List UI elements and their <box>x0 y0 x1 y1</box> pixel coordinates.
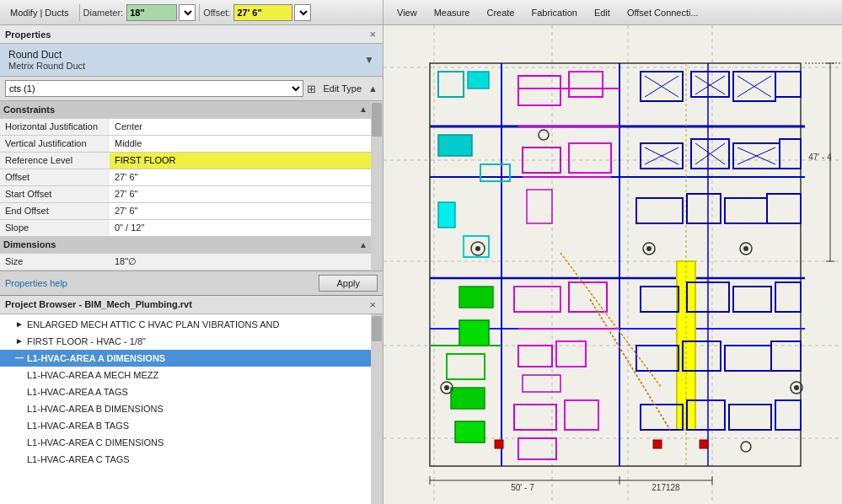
prop-name-ref-level: Reference Level <box>0 152 110 169</box>
properties-help-link[interactable]: Properties help <box>5 278 67 288</box>
section-collapse-right-btn[interactable]: ▲ <box>368 83 378 94</box>
table-row: Offset 27' 6" <box>0 169 371 185</box>
svg-rect-112 <box>653 440 662 448</box>
measure-tab-btn[interactable]: Measure <box>427 6 477 19</box>
element-type-section: Round Duct Metrix Round Duct ▼ <box>0 44 383 77</box>
svg-text:217128: 217128 <box>652 483 680 492</box>
list-item[interactable]: — L1-HVAC-AREA A DIMENSIONS <box>0 350 383 367</box>
prop-value-ref-level[interactable]: FIRST FLOOR <box>110 152 371 169</box>
browser-content: ► ENLARGED MECH ATTIC C HVAC PLAN VIBRAT… <box>0 314 383 505</box>
properties-scrollbar-thumb[interactable] <box>372 103 382 137</box>
dimensions-section-header[interactable]: Dimensions ▲ <box>0 236 371 253</box>
left-toolbar: Modify | Ducts Diameter: ▼ Offset: ▼ <box>0 0 383 24</box>
svg-rect-111 <box>495 440 503 448</box>
list-item[interactable]: L1-HVAC-AREA A TAGS <box>0 383 383 400</box>
svg-rect-41 <box>459 287 493 308</box>
browser-title: Project Browser - BIM_Mech_Plumbing.rvt <box>5 299 192 309</box>
browser-tree: ► ENLARGED MECH ATTIC C HVAC PLAN VIBRAT… <box>0 314 383 469</box>
table-row: Size 18"∅ <box>0 253 371 270</box>
apply-btn[interactable]: Apply <box>319 275 378 292</box>
fabrication-tab-btn[interactable]: Fabrication <box>524 6 583 19</box>
diameter-input[interactable] <box>126 4 177 21</box>
list-item[interactable]: ► ENLARGED MECH ATTIC C HVAC PLAN VIBRAT… <box>0 316 383 333</box>
list-item[interactable]: L1-HVAC-AREA B DIMENSIONS <box>0 400 383 417</box>
constraints-section-header[interactable]: Constraints ▲ <box>0 101 371 118</box>
toolbar-separator <box>79 4 80 21</box>
tree-item-label: L1-HVAC-AREA A TAGS <box>27 387 128 397</box>
expand-icon: ► <box>15 336 25 346</box>
svg-rect-45 <box>455 421 485 442</box>
prop-name-horiz-just: Horizontal Justification <box>0 118 110 135</box>
prop-value-offset[interactable]: 27' 6" <box>110 169 371 185</box>
list-item[interactable]: L1-HVAC-AREA A MECH MEZZ <box>0 367 383 383</box>
offset-dropdown[interactable]: ▼ <box>294 4 311 21</box>
dimensions-label: Dimensions <box>3 239 56 249</box>
tree-item-label: FIRST FLOOR - HVAC - 1/8" <box>27 336 146 346</box>
tree-item-label: L1-HVAC-AREA B DIMENSIONS <box>27 404 164 414</box>
cad-canvas: 50' - 7 217128 47' - 4 <box>383 25 842 504</box>
prop-value-horiz-just[interactable]: Center <box>110 118 371 135</box>
browser-scrollbar-thumb[interactable] <box>372 316 382 341</box>
properties-close-btn[interactable]: × <box>367 28 378 40</box>
properties-table: Constraints ▲ Horizontal Justification C… <box>0 101 371 271</box>
table-row: Vertical Justification Middle <box>0 135 371 152</box>
prop-name-slope: Slope <box>0 219 110 236</box>
prop-name-size: Size <box>0 253 110 270</box>
browser-close-btn[interactable]: × <box>367 298 378 311</box>
modify-ducts-btn[interactable]: Modify | Ducts <box>3 6 76 19</box>
diameter-dropdown[interactable]: ▼ <box>179 4 196 21</box>
edit-type-btn[interactable]: Edit Type <box>319 82 365 95</box>
table-row: Start Offset 27' 6" <box>0 185 371 202</box>
element-type-info: Round Duct Metrix Round Duct <box>8 49 85 71</box>
svg-point-95 <box>444 385 449 390</box>
tree-item-label: L1-HVAC-AREA A MECH MEZZ <box>27 370 158 380</box>
main-area: Properties × Round Duct Metrix Round Duc… <box>0 25 842 504</box>
type-selector-row: cts (1) ⊞ Edit Type ▲ <box>0 77 383 101</box>
prop-name-start-offset: Start Offset <box>0 185 110 202</box>
list-item[interactable]: ► FIRST FLOOR - HVAC - 1/8" <box>0 333 383 350</box>
cad-view[interactable]: 50' - 7 217128 47' - 4 <box>383 25 842 504</box>
tree-item-label: ENLARGED MECH ATTIC C HVAC PLAN VIBRATIO… <box>27 319 280 330</box>
top-toolbar: Modify | Ducts Diameter: ▼ Offset: ▼ Vie… <box>0 0 842 25</box>
dimensions-collapse-arrow: ▲ <box>359 240 367 249</box>
table-row: Horizontal Justification Center <box>0 118 371 135</box>
element-type-row: Round Duct Metrix Round Duct ▼ <box>8 49 374 71</box>
view-tab-btn[interactable]: View <box>390 6 424 19</box>
offset-connect-tab-btn[interactable]: Offset Connecti... <box>620 6 705 19</box>
list-item[interactable]: L1-HVAC-AREA C DIMENSIONS <box>0 434 383 451</box>
offset-input[interactable] <box>233 4 292 21</box>
constraints-collapse-arrow: ▲ <box>359 105 367 114</box>
prop-value-slope[interactable]: 0" / 12" <box>110 219 371 236</box>
list-item[interactable]: L1-HVAC-AREA C TAGS <box>0 451 383 468</box>
prop-value-end-offset[interactable]: 27' 6" <box>110 202 371 219</box>
prop-value-size: 18"∅ <box>110 253 371 270</box>
tree-item-label: L1-HVAC-AREA C TAGS <box>27 454 130 464</box>
expand-icon-selected: — <box>15 353 25 362</box>
list-item[interactable]: L1-HVAC-AREA B TAGS <box>0 417 383 434</box>
properties-scrollbar[interactable] <box>371 101 383 271</box>
right-toolbar: View Measure Create Fabrication Edit Off… <box>383 0 842 24</box>
svg-rect-19 <box>468 72 489 88</box>
prop-name-offset: Offset <box>0 169 110 185</box>
table-row: End Offset 27' 6" <box>0 202 371 219</box>
svg-rect-22 <box>438 202 455 228</box>
project-browser: Project Browser - BIM_Mech_Plumbing.rvt … <box>0 296 383 505</box>
prop-value-start-offset[interactable]: 27' 6" <box>110 185 371 202</box>
tree-item-label: L1-HVAC-AREA B TAGS <box>27 421 129 431</box>
browser-scrollbar[interactable] <box>371 314 383 505</box>
edit-tab-btn[interactable]: Edit <box>587 6 617 19</box>
prop-value-vert-just[interactable]: Middle <box>110 135 371 152</box>
table-row: Slope 0" / 12" <box>0 219 371 236</box>
svg-point-93 <box>794 385 799 390</box>
constraints-label: Constraints <box>3 105 55 115</box>
element-type-sub: Metrix Round Duct <box>8 61 85 71</box>
edit-type-icon: ⊞ <box>307 83 316 95</box>
properties-panel-header: Properties × <box>0 25 383 44</box>
tree-item-label-selected: L1-HVAC-AREA A DIMENSIONS <box>27 353 165 363</box>
prop-name-vert-just: Vertical Justification <box>0 135 110 152</box>
properties-table-wrapper: Constraints ▲ Horizontal Justification C… <box>0 101 383 271</box>
create-tab-btn[interactable]: Create <box>480 6 521 19</box>
element-type-expand-btn[interactable]: ▼ <box>364 54 374 66</box>
type-selector-dropdown[interactable]: cts (1) <box>5 80 303 97</box>
offset-label: Offset: <box>203 8 230 18</box>
